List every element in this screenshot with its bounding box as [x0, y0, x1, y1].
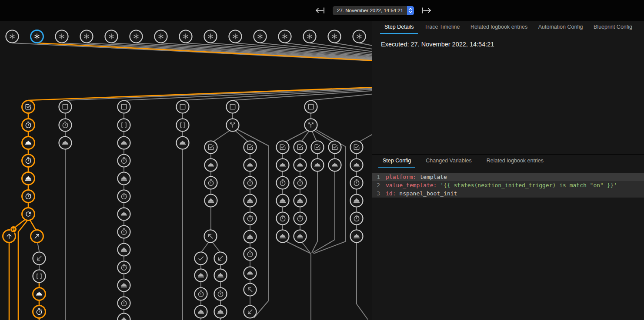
trace-node-room-service[interactable]: [118, 137, 130, 149]
tab-config-related-logbook-entries[interactable]: Related logbook entries: [482, 155, 548, 168]
trace-node-timer[interactable]: [195, 288, 207, 300]
trace-node-room-service[interactable]: [350, 159, 363, 172]
trace-node-asterisk[interactable]: [155, 30, 167, 43]
trace-node-checkbox-blank[interactable]: [59, 101, 72, 113]
trace-node-room-service[interactable]: [244, 231, 257, 243]
trace-node-checkbox-marked[interactable]: [244, 141, 257, 154]
next-trace-button[interactable]: [420, 5, 434, 16]
trace-node-room-service[interactable]: [118, 279, 130, 292]
trace-node-room-service[interactable]: [277, 230, 289, 243]
trace-node-timer[interactable]: [33, 306, 46, 318]
trace-node-timer[interactable]: [214, 288, 227, 300]
trace-node-timer[interactable]: [22, 155, 35, 167]
trace-node-timer[interactable]: [350, 212, 363, 225]
trace-node-room-service[interactable]: [294, 230, 307, 243]
trace-node-timer[interactable]: [22, 119, 35, 132]
trace-node-asterisk[interactable]: [130, 30, 143, 43]
trace-node-checkbox-marked[interactable]: [277, 141, 289, 154]
trace-node-asterisk[interactable]: [105, 30, 118, 43]
trace-node-call-split[interactable]: [305, 119, 317, 132]
trace-node-code-brackets[interactable]: [118, 119, 130, 132]
trace-node-timer[interactable]: [22, 190, 35, 203]
trace-node-room-service[interactable]: [22, 172, 35, 185]
trace-node-timer[interactable]: [118, 155, 130, 167]
trace-node-room-service[interactable]: [277, 159, 289, 172]
trace-node-timer[interactable]: [244, 177, 257, 189]
trace-node-refresh[interactable]: [22, 208, 35, 221]
trace-node-room-service[interactable]: [22, 137, 35, 149]
trace-node-room-service[interactable]: [118, 244, 130, 256]
trace-node-timer[interactable]: [118, 297, 130, 310]
trace-node-call-received[interactable]: [33, 252, 46, 265]
trace-node-checkbox-marked[interactable]: [311, 141, 324, 154]
trace-node-asterisk[interactable]: [328, 30, 341, 43]
trace-node-call-split[interactable]: [227, 119, 239, 132]
trace-node-room-service[interactable]: [214, 306, 227, 318]
trace-node-checkbox-blank[interactable]: [305, 101, 317, 113]
trace-node-room-service[interactable]: [244, 159, 257, 172]
trace-node-checkbox-blank[interactable]: [177, 101, 189, 113]
trace-node-room-service[interactable]: [59, 137, 72, 149]
trace-node-asterisk[interactable]: [229, 30, 242, 43]
previous-trace-button[interactable]: [313, 5, 327, 16]
trace-node-room-service[interactable]: [294, 195, 307, 207]
trace-node-checkbox-blank[interactable]: [227, 101, 239, 113]
trace-node-code-brackets[interactable]: [33, 270, 46, 283]
trace-node-room-service[interactable]: [195, 269, 207, 282]
trace-node-timer[interactable]: [59, 119, 72, 132]
trace-node-arrow-top-left[interactable]: [204, 230, 217, 243]
trace-node-room-service[interactable]: [277, 195, 289, 207]
trace-node-arrow-top-left[interactable]: [244, 284, 257, 296]
trace-node-asterisk[interactable]: [279, 30, 291, 43]
trace-node-room-service[interactable]: [244, 195, 257, 207]
tab-step-details[interactable]: Step Details: [380, 21, 418, 34]
trace-node-room-service[interactable]: [294, 159, 307, 172]
trace-node-timer[interactable]: [244, 212, 257, 225]
trace-node-room-service[interactable]: [329, 159, 341, 172]
yaml-editor[interactable]: 1 platform: template 2 value_template: '…: [372, 173, 644, 198]
trace-node-call-made[interactable]: [31, 230, 43, 243]
tab-blueprint-config[interactable]: Blueprint Config: [589, 21, 637, 34]
trace-node-checkbox-marked[interactable]: [350, 141, 363, 154]
trace-date-select[interactable]: 27. November 2022, 14:54:21: [333, 6, 414, 15]
trace-node-timer[interactable]: [350, 177, 363, 189]
trace-node-timer[interactable]: [118, 261, 130, 274]
trace-node-asterisk[interactable]: [180, 30, 192, 43]
trace-node-checkbox-blank[interactable]: [118, 101, 130, 113]
trace-node-code-brackets[interactable]: [177, 119, 189, 132]
trace-node-timer[interactable]: [118, 226, 130, 238]
trace-node-timer[interactable]: [294, 177, 307, 189]
trace-node-checkbox-marked[interactable]: [205, 141, 217, 154]
tab-related-logbook-entries[interactable]: Related logbook entries: [466, 21, 532, 34]
trace-node-room-service[interactable]: [118, 313, 130, 320]
trace-node-checkbox-marked[interactable]: [329, 141, 341, 154]
trace-node-timer[interactable]: [277, 212, 289, 225]
trace-node-checkbox-marked[interactable]: [22, 101, 35, 113]
trace-node-asterisk[interactable]: [56, 30, 68, 43]
tab-trace-timeline[interactable]: Trace Timeline: [420, 21, 464, 34]
trace-node-asterisk[interactable]: [353, 30, 366, 43]
tab-changed-variables[interactable]: Changed Variables: [421, 155, 476, 168]
trace-node-timer[interactable]: [294, 212, 307, 225]
trace-node-room-service[interactable]: [350, 230, 363, 243]
trace-node-asterisk[interactable]: [31, 30, 43, 43]
trace-node-room-service[interactable]: [33, 288, 46, 300]
trace-node-checkbox-marked[interactable]: [294, 141, 307, 154]
trace-node-room-service[interactable]: [244, 267, 257, 280]
trace-node-room-service[interactable]: [177, 137, 189, 149]
trace-node-timer[interactable]: [277, 177, 289, 189]
trace-node-call-received[interactable]: [244, 306, 257, 318]
trace-node-room-service[interactable]: [214, 269, 227, 282]
trace-node-room-service[interactable]: [311, 159, 324, 172]
trace-node-check[interactable]: [195, 252, 207, 265]
trace-node-room-service[interactable]: [350, 195, 363, 207]
trace-node-asterisk[interactable]: [304, 30, 316, 43]
trace-node-timer[interactable]: [244, 248, 257, 261]
trace-node-room-service[interactable]: [118, 208, 130, 221]
trace-node-asterisk[interactable]: [6, 30, 19, 43]
trace-node-call-received[interactable]: [214, 252, 227, 265]
trace-node-room-service[interactable]: [205, 159, 217, 172]
trace-node-asterisk[interactable]: [204, 30, 217, 43]
trace-node-asterisk[interactable]: [254, 30, 267, 43]
tab-step-config[interactable]: Step Config: [378, 155, 415, 168]
